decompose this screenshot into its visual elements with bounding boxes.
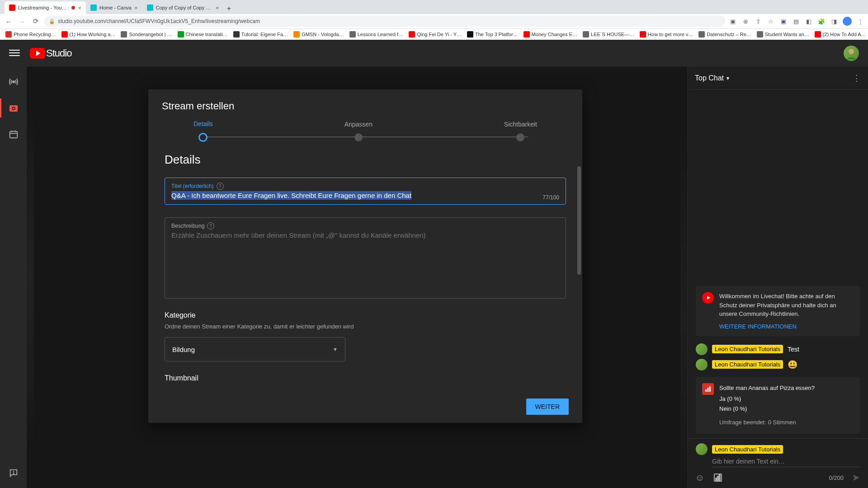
bookmark-item[interactable]: Money Changes E… <box>522 30 580 38</box>
poll-icon[interactable] <box>712 472 724 483</box>
browser-actions: ▣ ⊕ ⇧ ☆ ▣ ▤ ◧ 🧩 ◨ ⋮ <box>729 17 864 26</box>
step-visibility[interactable]: Sichtbarkeit <box>504 121 537 141</box>
star-icon[interactable]: ☆ <box>767 17 775 25</box>
forward-icon[interactable]: → <box>17 16 27 26</box>
bookmark-label: Qing Fei De Yi - Y… <box>417 32 462 37</box>
bookmark-label: Money Changes E… <box>532 32 578 37</box>
tab-active[interactable]: Livestreaming - YouTube S × <box>5 1 86 14</box>
browser-chrome: Livestreaming - YouTube S × Home - Canva… <box>0 0 868 40</box>
poll-question: Sollte man Ananas auf Pizza essen? <box>719 383 854 393</box>
youtube-play-icon <box>30 48 45 59</box>
chat-char-count: 0/200 <box>829 474 844 481</box>
calendar-icon[interactable] <box>8 128 19 140</box>
scrollbar[interactable] <box>577 166 581 275</box>
tab-title: Home - Canva <box>99 5 132 10</box>
svg-point-0 <box>849 49 854 54</box>
chat-author-badge[interactable]: Leon Chaudhari Tutorials <box>712 345 783 353</box>
bookmark-item[interactable]: Student Wants an… <box>755 30 811 38</box>
chat-message: Leon Chaudhari Tutorials Test <box>688 342 868 357</box>
category-value: Bildung <box>172 346 195 353</box>
more-info-link[interactable]: WEITERE INFORMATIONEN <box>719 323 854 330</box>
menu-icon[interactable]: ⋮ <box>856 17 864 25</box>
canva-icon <box>147 5 153 11</box>
bookmark-item[interactable]: Sonderangebot | … <box>119 30 174 38</box>
bookmark-item[interactable]: How to get more v… <box>638 30 695 38</box>
url-input[interactable]: 🔒 studio.youtube.com/channel/UCfa5FWVn0g… <box>44 16 725 27</box>
ext3-icon[interactable]: ◧ <box>805 17 813 25</box>
zoom-icon[interactable]: ⊕ <box>741 17 750 25</box>
category-select[interactable]: Bildung ▼ <box>165 337 345 361</box>
step-dot-icon <box>198 133 208 142</box>
send-icon[interactable]: ➤ <box>850 472 862 483</box>
webcam-icon[interactable] <box>8 102 19 114</box>
close-icon[interactable]: × <box>216 5 219 11</box>
step-customize[interactable]: Anpassen <box>344 121 373 141</box>
modal-title: Stream erstellen <box>148 89 582 120</box>
description-field[interactable]: Beschreibung ? Erzähle Zuschauern mehr ü… <box>165 217 566 299</box>
feedback-icon[interactable] <box>8 467 19 479</box>
chat-menu-icon[interactable]: ⋮ <box>853 73 861 83</box>
poll-option: Nein (0 %) <box>719 404 854 414</box>
svg-rect-17 <box>719 475 721 480</box>
poll-option: Ja (0 %) <box>719 394 854 404</box>
youtube-icon <box>9 5 15 11</box>
new-tab-button[interactable]: + <box>224 3 235 14</box>
chat-author-badge[interactable]: Leon Chaudhari Tutorials <box>712 360 783 369</box>
bookmark-item[interactable]: GMSN - Vologda… <box>292 30 346 38</box>
bookmark-item[interactable]: LEE´S HOUSE—… <box>581 30 636 38</box>
bookmark-item[interactable]: Tutorial: Eigene Fa… <box>231 30 290 38</box>
panel-icon[interactable]: ◨ <box>830 17 838 25</box>
back-icon[interactable]: ← <box>4 16 14 26</box>
stream-icon[interactable] <box>8 76 19 88</box>
bookmark-item[interactable]: The Top 3 Platfor… <box>465 30 520 38</box>
share-icon[interactable]: ⇧ <box>754 17 762 25</box>
ext2-icon[interactable]: ▤ <box>792 17 800 25</box>
chat-input[interactable]: Gib hier deinen Text ein… <box>688 456 868 467</box>
youtube-studio-logo[interactable]: Studio <box>30 47 71 59</box>
category-title: Kategorie <box>165 311 566 319</box>
bookmark-item[interactable]: (2) How To Add A… <box>813 30 868 38</box>
reload-icon[interactable]: ⟳ <box>31 16 41 26</box>
tab[interactable]: Copy of Copy of Copy of Cop × <box>142 1 224 14</box>
bookmark-item[interactable]: Chinese translati… <box>176 30 230 38</box>
chat-poll-card: Sollte man Ananas auf Pizza essen? Ja (0… <box>696 377 860 434</box>
bookmark-item[interactable]: Phone Recycling… <box>4 30 58 38</box>
address-bar: ← → ⟳ 🔒 studio.youtube.com/channel/UCfa5… <box>0 14 868 28</box>
tab[interactable]: Home - Canva × <box>86 1 142 14</box>
stepper: Details Anpassen Sichtbarkeit <box>148 120 582 153</box>
cam-icon[interactable]: ▣ <box>729 17 737 25</box>
bookmark-item[interactable]: Datenschutz – Re… <box>697 30 753 38</box>
profile-avatar[interactable] <box>843 17 852 26</box>
chat-author-badge: Leon Chaudhari Tutorials <box>712 445 783 454</box>
char-count: 77/100 <box>542 194 559 201</box>
tab-title: Copy of Copy of Copy of Cop <box>156 5 213 10</box>
user-avatar[interactable] <box>844 46 859 61</box>
modal-body: Details Titel (erforderlich) ? Q&A - Ich… <box>148 153 582 390</box>
bookmark-item[interactable]: Lessons Learned f… <box>348 30 406 38</box>
emoji-icon[interactable]: ☺ <box>694 472 706 483</box>
next-button[interactable]: WEITER <box>526 399 569 415</box>
close-icon[interactable]: × <box>78 5 81 11</box>
chat-title-text: Top Chat <box>695 74 724 82</box>
help-icon[interactable]: ? <box>207 222 214 230</box>
bookmark-item[interactable]: Qing Fei De Yi - Y… <box>407 30 463 38</box>
title-field[interactable]: Titel (erforderlich) ? Q&A - Ich beantwo… <box>165 178 566 205</box>
url-text: studio.youtube.com/channel/UCfa5FWVn0gUk… <box>58 18 260 24</box>
stream-area: Stream erstellen Details Anpassen Sichtb… <box>27 67 687 488</box>
bookmark-label: Sonderangebot | … <box>129 32 172 37</box>
tabs-bar: Livestreaming - YouTube S × Home - Canva… <box>0 0 868 14</box>
desc-placeholder: Erzähle Zuschauern mehr über deinen Stre… <box>171 231 426 239</box>
title-input[interactable]: Q&A - Ich beantworte Eure Fragen live. S… <box>171 191 411 200</box>
svg-rect-5 <box>10 131 18 138</box>
puzzle-icon[interactable]: 🧩 <box>817 17 826 25</box>
lock-icon: 🔒 <box>49 19 55 24</box>
hamburger-icon[interactable] <box>9 48 20 59</box>
step-details[interactable]: Details <box>193 120 213 142</box>
ext1-icon[interactable]: ▣ <box>779 17 788 25</box>
step-dot-icon <box>516 133 524 141</box>
close-icon[interactable]: × <box>134 5 138 11</box>
chat-mode-selector[interactable]: Top Chat ▾ <box>695 74 729 82</box>
bookmark-item[interactable]: (1) How Working a… <box>60 30 118 38</box>
help-icon[interactable]: ? <box>217 183 224 190</box>
favicon <box>5 31 12 38</box>
